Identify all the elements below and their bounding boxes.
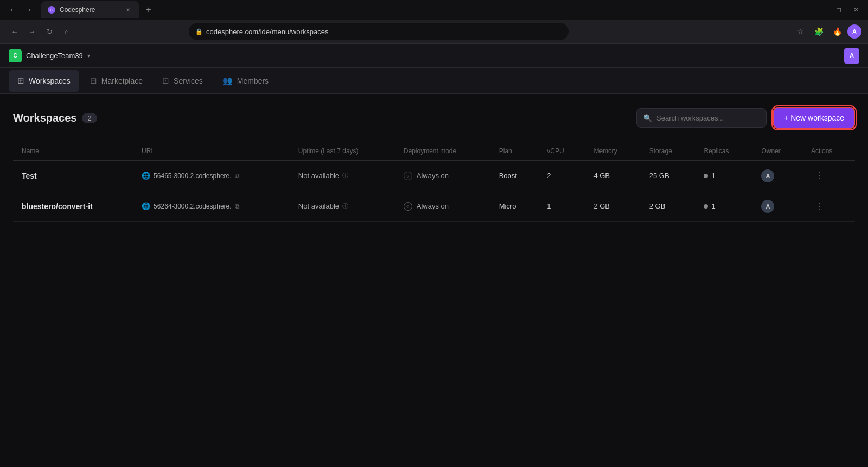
url-display: codesphere.com/ide/menu/workspaces (206, 28, 562, 36)
tab-bar: ‹ › C Codesphere ✕ + — ◻ ✕ (0, 0, 868, 20)
row-plan: Micro (490, 191, 539, 222)
app-header: C ChallengeTeam39 ▾ A (0, 44, 868, 68)
chevron-down-icon: ▾ (87, 53, 90, 59)
row-vcpu: 1 (538, 191, 585, 222)
new-workspace-label: + New workspace (784, 113, 844, 122)
row-replicas: 1 (695, 191, 752, 222)
deployment-mode-icon: ○ (404, 172, 412, 180)
workspaces-table: Name URL Uptime (Last 7 days) Deployment… (13, 142, 855, 222)
maximize-button[interactable]: ◻ (831, 2, 846, 17)
lock-icon: 🔒 (195, 28, 203, 35)
nav-tab-marketplace-label: Marketplace (101, 77, 143, 85)
workspace-count-badge: 2 (82, 113, 97, 123)
browser-tabs: C Codesphere ✕ + (41, 1, 814, 18)
nav-tab-workspaces-label: Workspaces (29, 77, 71, 85)
members-icon: 👥 (222, 76, 233, 86)
info-icon[interactable]: ⓘ (342, 172, 348, 180)
forward-button[interactable]: › (22, 2, 37, 17)
search-wrapper[interactable]: 🔍 (636, 108, 767, 128)
table-header-row: Name URL Uptime (Last 7 days) Deployment… (13, 142, 855, 161)
row-storage: 25 GB (641, 161, 695, 191)
nav-tab-members[interactable]: 👥 Members (214, 70, 277, 92)
url-home-button[interactable]: ⌂ (59, 23, 75, 40)
row-memory: 2 GB (585, 191, 640, 222)
tab-favicon: C (48, 6, 55, 14)
url-refresh-button[interactable]: ↻ (41, 23, 58, 40)
table-row: Test 🌐 56465-3000.2.codesphere. ⧉ Not av… (13, 161, 855, 191)
url-nav-buttons: ← → ↻ ⌂ (7, 23, 75, 40)
team-badge[interactable]: C ChallengeTeam39 ▾ (9, 49, 90, 62)
close-window-button[interactable]: ✕ (848, 2, 864, 17)
owner-avatar: A (761, 169, 774, 182)
url-bar: ← → ↻ ⌂ 🔒 codesphere.com/ide/menu/worksp… (0, 20, 868, 43)
copy-icon[interactable]: ⧉ (235, 203, 240, 210)
page-title: Workspaces (13, 112, 76, 124)
team-icon: C (9, 49, 22, 62)
row-actions: ⋮ (802, 161, 855, 191)
globe-icon: 🌐 (142, 172, 150, 180)
replica-dot (704, 204, 708, 209)
app-nav: ⊞ Workspaces ⊟ Marketplace ⊡ Services 👥 … (0, 68, 868, 94)
actions-menu-button[interactable]: ⋮ (811, 199, 828, 213)
col-owner: Owner (752, 142, 802, 161)
active-tab[interactable]: C Codesphere ✕ (41, 1, 139, 18)
nav-tab-services[interactable]: ⊡ Services (154, 70, 212, 92)
row-actions: ⋮ (802, 191, 855, 222)
col-name: Name (13, 142, 133, 161)
row-plan: Boost (490, 161, 539, 191)
tab-close-button[interactable]: ✕ (124, 5, 132, 14)
col-replicas: Replicas (695, 142, 752, 161)
extensions-button[interactable]: 🧩 (810, 23, 827, 40)
page-title-wrapper: Workspaces 2 (13, 112, 97, 124)
new-workspace-button[interactable]: + New workspace (773, 107, 855, 129)
fire-button[interactable]: 🔥 (829, 23, 845, 40)
deployment-mode-icon: ○ (404, 202, 412, 211)
profile-button[interactable]: A (847, 24, 861, 39)
globe-icon: 🌐 (142, 202, 150, 210)
back-button[interactable]: ‹ (4, 2, 20, 17)
col-uptime: Uptime (Last 7 days) (290, 142, 395, 161)
row-owner: A (752, 161, 802, 191)
col-vcpu: vCPU (538, 142, 585, 161)
row-vcpu: 2 (538, 161, 585, 191)
services-icon: ⊡ (162, 76, 169, 86)
header-right: 🔍 + New workspace (636, 107, 855, 129)
row-url: 🌐 56264-3000.2.codesphere. ⧉ (133, 191, 290, 222)
copy-icon[interactable]: ⧉ (235, 172, 240, 180)
row-deployment: ○ Always on (395, 191, 490, 222)
url-forward-button[interactable]: → (24, 23, 40, 40)
bookmark-button[interactable]: ☆ (792, 23, 808, 40)
col-plan: Plan (490, 142, 539, 161)
info-icon[interactable]: ⓘ (342, 202, 348, 210)
search-icon: 🔍 (643, 114, 652, 122)
browser-chrome: ‹ › C Codesphere ✕ + — ◻ ✕ ← → ↻ ⌂ (0, 0, 868, 44)
url-back-button[interactable]: ← (7, 23, 23, 40)
nav-tab-members-label: Members (237, 77, 269, 85)
nav-tab-workspaces[interactable]: ⊞ Workspaces (9, 70, 79, 92)
browser-actions: ☆ 🧩 🔥 A (792, 23, 861, 40)
team-name: ChallengeTeam39 (26, 52, 83, 60)
row-url: 🌐 56465-3000.2.codesphere. ⧉ (133, 161, 290, 191)
row-name: Test (13, 161, 133, 191)
col-deployment: Deployment mode (395, 142, 490, 161)
nav-tab-services-label: Services (174, 77, 203, 85)
col-storage: Storage (641, 142, 695, 161)
row-deployment: ○ Always on (395, 161, 490, 191)
row-memory: 4 GB (585, 161, 640, 191)
new-tab-button[interactable]: + (141, 2, 156, 17)
row-replicas: 1 (695, 161, 752, 191)
window-controls: — ◻ ✕ (814, 2, 864, 17)
marketplace-icon: ⊟ (90, 76, 97, 86)
col-url: URL (133, 142, 290, 161)
nav-tab-marketplace[interactable]: ⊟ Marketplace (81, 70, 151, 92)
page-header: Workspaces 2 🔍 + New workspace (13, 107, 855, 129)
user-avatar[interactable]: A (844, 48, 859, 64)
minimize-button[interactable]: — (814, 2, 829, 17)
main-content: Workspaces 2 🔍 + New workspace Name URL … (0, 94, 868, 235)
row-uptime: Not available ⓘ (290, 191, 395, 222)
owner-avatar: A (761, 200, 774, 213)
actions-menu-button[interactable]: ⋮ (811, 168, 828, 183)
row-owner: A (752, 191, 802, 222)
url-input-wrapper[interactable]: 🔒 codesphere.com/ide/menu/workspaces (189, 23, 569, 40)
search-input[interactable] (656, 114, 760, 122)
